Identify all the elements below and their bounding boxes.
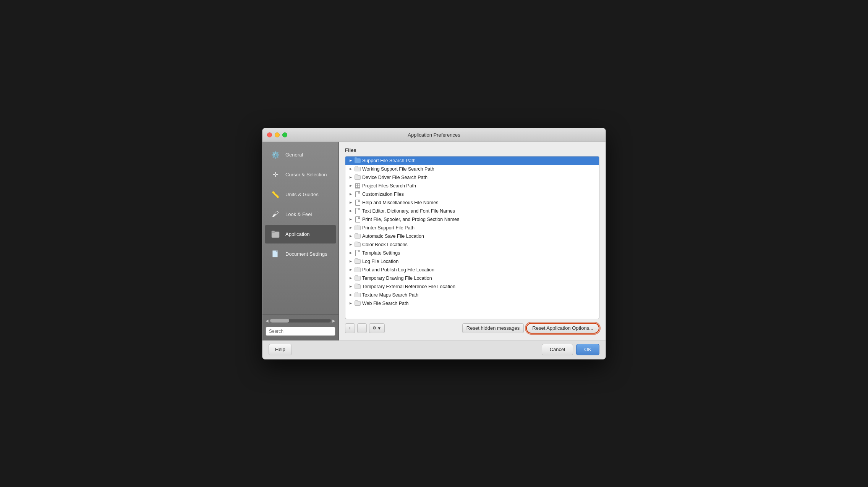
reset-app-button[interactable]: Reset Application Options... xyxy=(526,323,599,334)
dropdown-arrow: ▼ xyxy=(377,326,381,331)
sidebar-item-application[interactable]: Application xyxy=(265,225,336,244)
tree-item-14[interactable]: ▶ Plot and Publish Log File Location xyxy=(345,266,599,274)
tree-arrow-13: ▶ xyxy=(348,259,353,264)
doc-icon-6 xyxy=(355,200,361,206)
tree-item-16[interactable]: ▶ Temporary External Reference File Loca… xyxy=(345,282,599,291)
folder-icon-9 xyxy=(355,225,361,231)
application-icon xyxy=(270,229,281,240)
tree-label-16: Temporary External Reference File Locati… xyxy=(362,284,455,289)
sidebar-item-cursor[interactable]: ✛ Cursor & Selection xyxy=(265,166,336,184)
sidebar-label-units: Units & Guides xyxy=(285,192,319,197)
grid-folder-icon-4 xyxy=(355,183,361,189)
application-window: Application Preferences ⚙️ General ✛ Cur… xyxy=(262,128,606,360)
sidebar-label-general: General xyxy=(285,152,303,158)
tree-arrow-4: ▶ xyxy=(348,184,353,188)
tree-label-14: Plot and Publish Log File Location xyxy=(362,267,434,273)
tree-label-3: Device Driver File Search Path xyxy=(362,175,428,180)
cancel-button[interactable]: Cancel xyxy=(542,344,573,355)
tree-item-4[interactable]: ▶ Project Files Search Path xyxy=(345,182,599,190)
maximize-button[interactable] xyxy=(282,132,287,137)
tree-item-1[interactable]: ▶ Support File Search Path xyxy=(345,156,599,165)
tree-label-1: Support File Search Path xyxy=(362,158,416,163)
tree-item-3[interactable]: ▶ Device Driver File Search Path xyxy=(345,173,599,182)
remove-button[interactable]: − xyxy=(357,323,367,333)
folder-icon-10 xyxy=(355,233,361,239)
sidebar-item-units[interactable]: 📏 Units & Guides xyxy=(265,185,336,204)
tree-label-11: Color Book Locations xyxy=(362,242,408,247)
tree-item-12[interactable]: ▶ Template Settings xyxy=(345,249,599,257)
window-title: Application Preferences xyxy=(408,132,460,138)
section-title: Files xyxy=(345,147,599,153)
help-area: Help xyxy=(269,344,539,355)
minimize-button[interactable] xyxy=(275,132,280,137)
tree-arrow-7: ▶ xyxy=(348,209,353,213)
gear-dropdown-button[interactable]: ⚙ ▼ xyxy=(369,323,385,333)
scroll-track[interactable] xyxy=(270,319,331,323)
tree-arrow-8: ▶ xyxy=(348,217,353,222)
tree-item-6[interactable]: ▶ Help and Miscellaneous File Names xyxy=(345,198,599,207)
scroll-right-arrow[interactable]: ▶ xyxy=(332,319,335,323)
tree-item-13[interactable]: ▶ Log File Location xyxy=(345,257,599,266)
tree-item-5[interactable]: ▶ Customization Files xyxy=(345,190,599,198)
titlebar: Application Preferences xyxy=(262,128,606,142)
tree-item-7[interactable]: ▶ Text Editor, Dictionary, and Font File… xyxy=(345,207,599,215)
folder-icon-13 xyxy=(355,258,361,264)
main-panel: Files ▶ Support File Search Path ▶ Worki… xyxy=(339,142,606,340)
tree-arrow-10: ▶ xyxy=(348,234,353,239)
tree-item-9[interactable]: ▶ Printer Support File Path xyxy=(345,224,599,232)
tree-arrow-16: ▶ xyxy=(348,284,353,289)
ruler-icon: 📏 xyxy=(270,189,281,200)
sidebar-item-document[interactable]: Document Settings xyxy=(265,245,336,263)
doc-icon-12 xyxy=(355,250,361,256)
search-input[interactable] xyxy=(266,327,335,336)
reset-hidden-button[interactable]: Reset hidden messages xyxy=(462,323,524,333)
tree-arrow-5: ▶ xyxy=(348,192,353,197)
tree-label-4: Project Files Search Path xyxy=(362,183,416,189)
tree-arrow-1: ▶ xyxy=(348,158,353,163)
tree-arrow-9: ▶ xyxy=(348,226,353,230)
doc-icon-5 xyxy=(355,191,361,197)
folder-icon-14 xyxy=(355,267,361,273)
tree-item-17[interactable]: ▶ Texture Maps Search Path xyxy=(345,291,599,299)
ok-button[interactable]: OK xyxy=(576,344,599,355)
gear-icon: ⚙️ xyxy=(270,150,281,160)
action-bar: Help Cancel OK xyxy=(262,340,606,359)
tree-item-15[interactable]: ▶ Temporary Drawing File Location xyxy=(345,274,599,282)
tree-item-11[interactable]: ▶ Color Book Locations xyxy=(345,240,599,249)
bottom-toolbar: + − ⚙ ▼ Reset hidden messages Reset Appl… xyxy=(345,319,599,337)
tree-label-2: Working Support File Search Path xyxy=(362,166,434,172)
sidebar-item-look[interactable]: 🖌 Look & Feel xyxy=(265,205,336,224)
sidebar-label-application: Application xyxy=(285,231,310,237)
sidebar-label-document: Document Settings xyxy=(285,251,327,257)
cursor-icon: ✛ xyxy=(270,169,281,180)
tree-item-8[interactable]: ▶ Print File, Spooler, and Prolog Sectio… xyxy=(345,215,599,224)
folder-icon-3 xyxy=(355,174,361,181)
folder-icon-1 xyxy=(355,158,361,164)
tree-arrow-2: ▶ xyxy=(348,167,353,171)
tree-label-5: Customization Files xyxy=(362,192,404,197)
sidebar: ⚙️ General ✛ Cursor & Selection 📏 Units … xyxy=(262,142,339,340)
tree-item-10[interactable]: ▶ Automatic Save File Location xyxy=(345,232,599,240)
help-button[interactable]: Help xyxy=(269,344,292,355)
tree-arrow-6: ▶ xyxy=(348,200,353,205)
folder-icon-11 xyxy=(355,242,361,248)
tree-item-2[interactable]: ▶ Working Support File Search Path xyxy=(345,165,599,173)
close-button[interactable] xyxy=(267,132,272,137)
folder-icon-2 xyxy=(355,166,361,172)
tree-item-18[interactable]: ▶ Web File Search Path xyxy=(345,299,599,308)
scroll-left-arrow[interactable]: ◀ xyxy=(266,319,269,323)
doc-icon-8 xyxy=(355,216,361,223)
svg-rect-1 xyxy=(272,231,275,232)
tree-arrow-15: ▶ xyxy=(348,276,353,281)
tree-label-15: Temporary Drawing File Location xyxy=(362,276,432,281)
add-button[interactable]: + xyxy=(345,323,355,333)
tree-arrow-3: ▶ xyxy=(348,175,353,180)
tree-label-12: Template Settings xyxy=(362,250,400,256)
content-area: ⚙️ General ✛ Cursor & Selection 📏 Units … xyxy=(262,142,606,340)
tree-arrow-17: ▶ xyxy=(348,293,353,297)
tree-label-8: Print File, Spooler, and Prolog Section … xyxy=(362,217,459,222)
sidebar-item-general[interactable]: ⚙️ General xyxy=(265,146,336,164)
folder-icon-16 xyxy=(355,284,361,290)
tree-label-10: Automatic Save File Location xyxy=(362,234,424,239)
file-tree[interactable]: ▶ Support File Search Path ▶ Working Sup… xyxy=(345,156,599,319)
